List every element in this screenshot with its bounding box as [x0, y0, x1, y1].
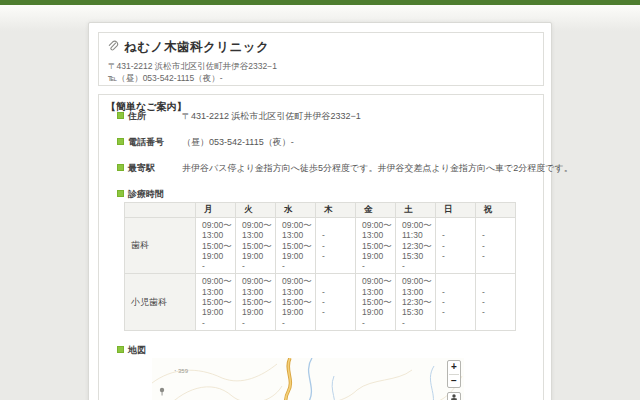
list-bullet-icon — [117, 190, 124, 197]
schedule-corner-cell — [125, 203, 196, 218]
schedule-cell: 09:00〜 11:30 12:30〜 15:30 - — [396, 218, 436, 274]
schedule-cell: 09:00〜 13:00 15:00〜 19:00 - — [236, 218, 276, 274]
schedule-cell: - - - — [476, 274, 516, 330]
schedule-cell: - - - — [436, 274, 476, 330]
schedule-row: 小児歯科09:00〜 13:00 15:00〜 19:00 -09:00〜 13… — [125, 274, 516, 330]
map-zoom-control: + − — [447, 360, 461, 388]
page-card: ねむノ木歯科クリニック 〒431-2212 浜松市北区引佐町井伊谷2332−1 … — [88, 22, 552, 400]
guide-box: 【簡単なご案内】 住所 〒431-2212 浜松市北区引佐町井伊谷2332−1 … — [98, 94, 544, 400]
map-label: 地図 — [128, 344, 146, 357]
schedule-table: 月火水木金土日祝歯科09:00〜 13:00 15:00〜 19:00 -09:… — [124, 202, 516, 331]
schedule-cell: - - - — [316, 218, 356, 274]
schedule-day-header: 日 — [436, 203, 476, 218]
schedule-cell: 09:00〜 13:00 15:00〜 19:00 - — [196, 218, 236, 274]
map-elevation-label: ・359 — [172, 368, 189, 374]
paperclip-link-icon — [107, 38, 119, 56]
schedule-row-header: 歯科 — [125, 218, 196, 274]
schedule-day-header: 土 — [396, 203, 436, 218]
list-bullet-icon — [117, 112, 124, 119]
schedule-cell: 09:00〜 13:00 15:00〜 19:00 - — [196, 274, 236, 330]
schedule-row: 歯科09:00〜 13:00 15:00〜 19:00 -09:00〜 13:0… — [125, 218, 516, 274]
address-value: 〒431-2212 浜松市北区引佐町井伊谷2332−1 — [182, 110, 361, 123]
schedule-cell: - - - — [436, 218, 476, 274]
station-value: 井伊谷バス停より金指方向へ徒歩5分程度です。井伊谷交差点より金指方向へ車で2分程… — [182, 162, 573, 175]
zoom-in-button[interactable]: + — [448, 361, 460, 374]
schedule-cell: 09:00〜 13:00 15:00〜 19:00 - — [356, 218, 396, 274]
schedule-cell: 09:00〜 13:00 12:30〜 15:30 - — [396, 274, 436, 330]
schedule-day-header: 祝 — [476, 203, 516, 218]
clinic-header-box: ねむノ木歯科クリニック 〒431-2212 浜松市北区引佐町井伊谷2332−1 … — [98, 32, 544, 86]
map-canvas[interactable]: ・359 + − — [152, 358, 464, 400]
schedule-cell: 09:00〜 13:00 15:00〜 19:00 - — [276, 218, 316, 274]
schedule-day-header: 火 — [236, 203, 276, 218]
map-graphics: ・359 — [152, 358, 464, 400]
zoom-out-button[interactable]: − — [448, 375, 460, 388]
schedule-day-header: 金 — [356, 203, 396, 218]
schedule-cell: 09:00〜 13:00 15:00〜 19:00 - — [236, 274, 276, 330]
phone-label: 電話番号 — [128, 136, 164, 149]
schedule-cell: 09:00〜 13:00 15:00〜 19:00 - — [276, 274, 316, 330]
clinic-phone: ℡（昼）053-542-1115（夜）- — [108, 73, 223, 85]
schedule-cell: 09:00〜 13:00 15:00〜 19:00 - — [356, 274, 396, 330]
schedule-day-header: 木 — [316, 203, 356, 218]
map-marker-icon — [160, 388, 164, 396]
schedule-cell: - - - — [476, 218, 516, 274]
schedule-row-header: 小児歯科 — [125, 274, 196, 330]
clinic-title[interactable]: ねむノ木歯科クリニック — [124, 39, 269, 56]
list-bullet-icon — [117, 346, 124, 353]
streetview-pegman-button[interactable] — [447, 392, 461, 400]
address-label: 住所 — [128, 110, 146, 123]
hours-label: 診療時間 — [128, 188, 164, 201]
station-label: 最寄駅 — [128, 162, 155, 175]
clinic-address: 〒431-2212 浜松市北区引佐町井伊谷2332−1 — [108, 61, 277, 73]
list-bullet-icon — [117, 138, 124, 145]
schedule-day-header: 月 — [196, 203, 236, 218]
pegman-icon — [449, 394, 459, 400]
list-bullet-icon — [117, 164, 124, 171]
phone-value: （昼）053-542-1115（夜）- — [182, 136, 294, 149]
schedule-day-header: 水 — [276, 203, 316, 218]
schedule-cell: - - - — [316, 274, 356, 330]
